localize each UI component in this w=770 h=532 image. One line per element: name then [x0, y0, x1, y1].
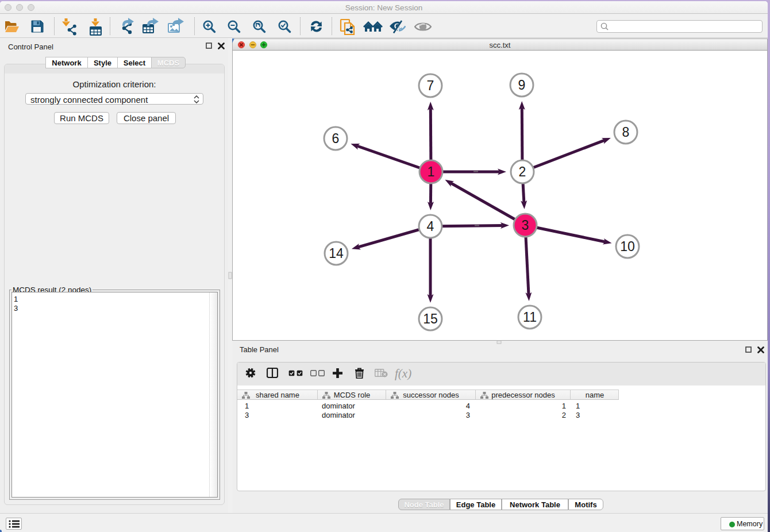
- svg-text:4: 4: [427, 219, 434, 234]
- svg-text:15: 15: [423, 311, 438, 326]
- svg-text:11: 11: [523, 310, 537, 325]
- svg-text:6: 6: [332, 131, 340, 146]
- svg-text:14: 14: [329, 246, 344, 261]
- svg-text:9: 9: [518, 78, 526, 92]
- svg-text:10: 10: [620, 239, 635, 254]
- svg-text:2: 2: [519, 164, 526, 179]
- svg-text:3: 3: [522, 218, 529, 233]
- svg-text:1: 1: [428, 164, 435, 179]
- svg-text:7: 7: [427, 78, 434, 93]
- svg-text:8: 8: [622, 125, 630, 140]
